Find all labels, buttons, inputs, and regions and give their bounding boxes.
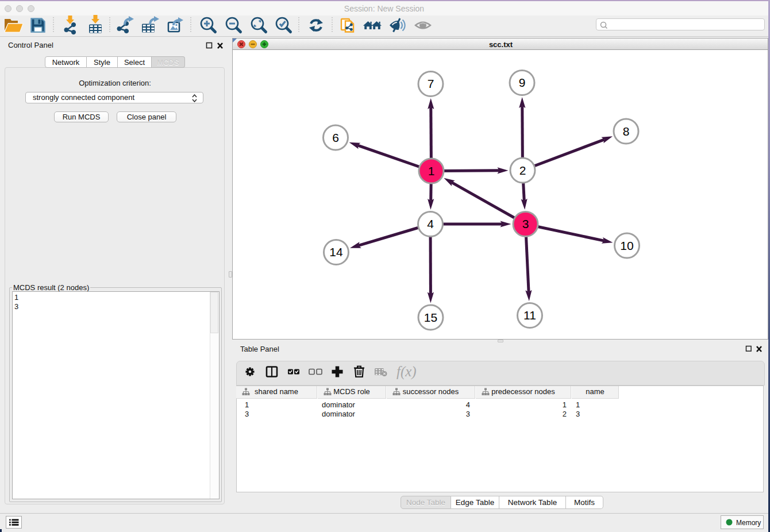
svg-text:f(x): f(x) <box>396 364 417 380</box>
